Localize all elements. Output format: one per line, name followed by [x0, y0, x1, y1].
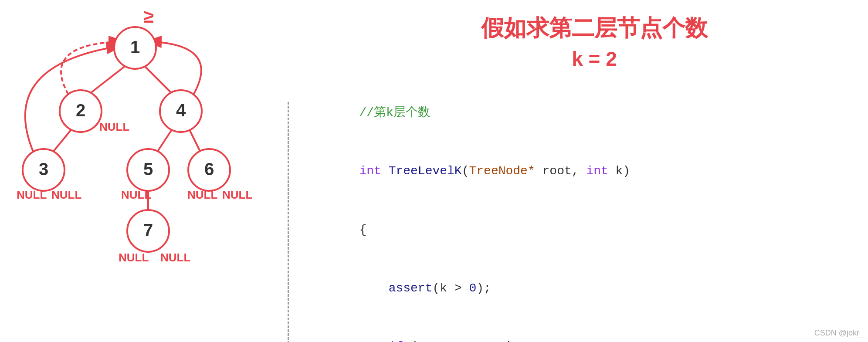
- svg-text:1: 1: [130, 37, 140, 57]
- svg-text:NULL: NULL: [121, 188, 151, 201]
- svg-text:NULL: NULL: [187, 188, 217, 201]
- svg-text:3: 3: [39, 159, 48, 179]
- svg-line-5: [188, 127, 201, 154]
- svg-line-2: [143, 64, 173, 95]
- svg-text:NULL: NULL: [119, 251, 149, 264]
- svg-line-1: [88, 64, 127, 95]
- svg-text:≥: ≥: [144, 6, 154, 27]
- title-k: k = 2: [288, 47, 868, 71]
- svg-text:NULL: NULL: [17, 188, 47, 201]
- dashed-border: [288, 102, 289, 342]
- svg-text:7: 7: [143, 220, 153, 240]
- svg-line-3: [51, 127, 73, 154]
- code-brace-open: {: [301, 201, 868, 259]
- code-assert-line: assert(k > 0);: [301, 259, 868, 318]
- code-if-null: if (root == NULL): [301, 318, 868, 342]
- code-signature: int TreeLevelK(TreeNode* root, int k): [301, 142, 868, 200]
- svg-line-4: [156, 127, 173, 154]
- tree-area: ≥: [0, 0, 270, 342]
- svg-text:NULL: NULL: [51, 188, 81, 201]
- svg-text:NULL: NULL: [99, 120, 129, 133]
- title-zh: 假如求第二层节点个数: [288, 13, 868, 44]
- code-area: 假如求第二层节点个数 k = 2 //第k层个数 int TreeLevelK(…: [270, 0, 868, 342]
- main-container: ≥: [0, 0, 868, 342]
- watermark: CSDN @jokr_: [814, 328, 864, 338]
- svg-text:2: 2: [76, 101, 85, 120]
- code-comment: //第k层个数: [301, 84, 868, 142]
- tree-svg: ≥: [0, 0, 270, 342]
- svg-text:5: 5: [143, 159, 153, 179]
- svg-text:4: 4: [176, 101, 186, 120]
- code-block: //第k层个数 int TreeLevelK(TreeNode* root, i…: [288, 84, 868, 342]
- svg-text:NULL: NULL: [160, 251, 190, 264]
- svg-text:NULL: NULL: [222, 188, 252, 201]
- svg-text:6: 6: [204, 159, 214, 179]
